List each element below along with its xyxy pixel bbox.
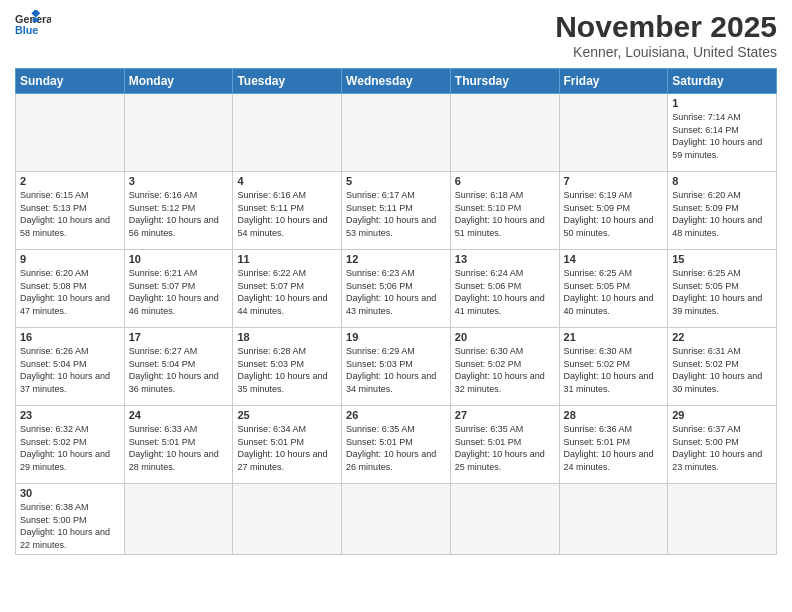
calendar-day-cell bbox=[450, 484, 559, 555]
svg-text:Blue: Blue bbox=[15, 24, 38, 36]
day-number: 8 bbox=[672, 175, 772, 187]
day-number: 1 bbox=[672, 97, 772, 109]
calendar-day-cell: 16Sunrise: 6:26 AM Sunset: 5:04 PM Dayli… bbox=[16, 328, 125, 406]
day-number: 16 bbox=[20, 331, 120, 343]
day-number: 13 bbox=[455, 253, 555, 265]
day-number: 28 bbox=[564, 409, 664, 421]
calendar-week-row: 30Sunrise: 6:38 AM Sunset: 5:00 PM Dayli… bbox=[16, 484, 777, 555]
day-info: Sunrise: 6:28 AM Sunset: 5:03 PM Dayligh… bbox=[237, 345, 337, 395]
header: General Blue November 2025 Kenner, Louis… bbox=[15, 10, 777, 60]
title-block: November 2025 Kenner, Louisiana, United … bbox=[555, 10, 777, 60]
calendar-day-cell bbox=[668, 484, 777, 555]
calendar-day-cell bbox=[16, 94, 125, 172]
day-number: 30 bbox=[20, 487, 120, 499]
day-info: Sunrise: 6:35 AM Sunset: 5:01 PM Dayligh… bbox=[455, 423, 555, 473]
page: General Blue November 2025 Kenner, Louis… bbox=[0, 0, 792, 612]
calendar-day-cell: 15Sunrise: 6:25 AM Sunset: 5:05 PM Dayli… bbox=[668, 250, 777, 328]
calendar-week-row: 2Sunrise: 6:15 AM Sunset: 5:13 PM Daylig… bbox=[16, 172, 777, 250]
day-info: Sunrise: 6:30 AM Sunset: 5:02 PM Dayligh… bbox=[564, 345, 664, 395]
day-info: Sunrise: 6:29 AM Sunset: 5:03 PM Dayligh… bbox=[346, 345, 446, 395]
day-number: 7 bbox=[564, 175, 664, 187]
day-number: 29 bbox=[672, 409, 772, 421]
day-number: 11 bbox=[237, 253, 337, 265]
calendar-week-row: 16Sunrise: 6:26 AM Sunset: 5:04 PM Dayli… bbox=[16, 328, 777, 406]
day-info: Sunrise: 6:19 AM Sunset: 5:09 PM Dayligh… bbox=[564, 189, 664, 239]
calendar-day-cell: 6Sunrise: 6:18 AM Sunset: 5:10 PM Daylig… bbox=[450, 172, 559, 250]
calendar-weekday-header: Thursday bbox=[450, 69, 559, 94]
day-info: Sunrise: 6:36 AM Sunset: 5:01 PM Dayligh… bbox=[564, 423, 664, 473]
day-info: Sunrise: 6:26 AM Sunset: 5:04 PM Dayligh… bbox=[20, 345, 120, 395]
day-info: Sunrise: 6:31 AM Sunset: 5:02 PM Dayligh… bbox=[672, 345, 772, 395]
calendar-day-cell: 3Sunrise: 6:16 AM Sunset: 5:12 PM Daylig… bbox=[124, 172, 233, 250]
generalblue-logo-icon: General Blue bbox=[15, 10, 51, 38]
calendar-day-cell: 18Sunrise: 6:28 AM Sunset: 5:03 PM Dayli… bbox=[233, 328, 342, 406]
day-number: 26 bbox=[346, 409, 446, 421]
day-number: 23 bbox=[20, 409, 120, 421]
calendar-day-cell bbox=[233, 94, 342, 172]
day-number: 22 bbox=[672, 331, 772, 343]
calendar-week-row: 9Sunrise: 6:20 AM Sunset: 5:08 PM Daylig… bbox=[16, 250, 777, 328]
calendar-day-cell bbox=[124, 94, 233, 172]
day-info: Sunrise: 6:35 AM Sunset: 5:01 PM Dayligh… bbox=[346, 423, 446, 473]
calendar-day-cell: 20Sunrise: 6:30 AM Sunset: 5:02 PM Dayli… bbox=[450, 328, 559, 406]
day-number: 17 bbox=[129, 331, 229, 343]
day-number: 5 bbox=[346, 175, 446, 187]
day-number: 12 bbox=[346, 253, 446, 265]
month-title: November 2025 bbox=[555, 10, 777, 44]
day-number: 18 bbox=[237, 331, 337, 343]
calendar-day-cell: 21Sunrise: 6:30 AM Sunset: 5:02 PM Dayli… bbox=[559, 328, 668, 406]
calendar-day-cell: 10Sunrise: 6:21 AM Sunset: 5:07 PM Dayli… bbox=[124, 250, 233, 328]
calendar-day-cell bbox=[233, 484, 342, 555]
calendar-day-cell: 13Sunrise: 6:24 AM Sunset: 5:06 PM Dayli… bbox=[450, 250, 559, 328]
day-number: 15 bbox=[672, 253, 772, 265]
day-info: Sunrise: 6:25 AM Sunset: 5:05 PM Dayligh… bbox=[564, 267, 664, 317]
day-number: 4 bbox=[237, 175, 337, 187]
calendar-day-cell: 9Sunrise: 6:20 AM Sunset: 5:08 PM Daylig… bbox=[16, 250, 125, 328]
day-number: 9 bbox=[20, 253, 120, 265]
calendar-day-cell: 1Sunrise: 7:14 AM Sunset: 6:14 PM Daylig… bbox=[668, 94, 777, 172]
calendar-table: SundayMondayTuesdayWednesdayThursdayFrid… bbox=[15, 68, 777, 555]
day-number: 21 bbox=[564, 331, 664, 343]
calendar-day-cell: 12Sunrise: 6:23 AM Sunset: 5:06 PM Dayli… bbox=[342, 250, 451, 328]
day-info: Sunrise: 6:16 AM Sunset: 5:11 PM Dayligh… bbox=[237, 189, 337, 239]
day-info: Sunrise: 6:25 AM Sunset: 5:05 PM Dayligh… bbox=[672, 267, 772, 317]
calendar-day-cell bbox=[342, 94, 451, 172]
day-number: 14 bbox=[564, 253, 664, 265]
calendar-day-cell: 17Sunrise: 6:27 AM Sunset: 5:04 PM Dayli… bbox=[124, 328, 233, 406]
day-number: 24 bbox=[129, 409, 229, 421]
day-info: Sunrise: 6:34 AM Sunset: 5:01 PM Dayligh… bbox=[237, 423, 337, 473]
calendar-day-cell: 7Sunrise: 6:19 AM Sunset: 5:09 PM Daylig… bbox=[559, 172, 668, 250]
calendar-day-cell: 24Sunrise: 6:33 AM Sunset: 5:01 PM Dayli… bbox=[124, 406, 233, 484]
day-info: Sunrise: 6:16 AM Sunset: 5:12 PM Dayligh… bbox=[129, 189, 229, 239]
calendar-weekday-header: Sunday bbox=[16, 69, 125, 94]
calendar-weekday-header: Wednesday bbox=[342, 69, 451, 94]
day-number: 10 bbox=[129, 253, 229, 265]
day-info: Sunrise: 6:30 AM Sunset: 5:02 PM Dayligh… bbox=[455, 345, 555, 395]
calendar-day-cell: 29Sunrise: 6:37 AM Sunset: 5:00 PM Dayli… bbox=[668, 406, 777, 484]
calendar-day-cell: 27Sunrise: 6:35 AM Sunset: 5:01 PM Dayli… bbox=[450, 406, 559, 484]
day-number: 19 bbox=[346, 331, 446, 343]
day-info: Sunrise: 6:24 AM Sunset: 5:06 PM Dayligh… bbox=[455, 267, 555, 317]
day-info: Sunrise: 7:14 AM Sunset: 6:14 PM Dayligh… bbox=[672, 111, 772, 161]
day-info: Sunrise: 6:18 AM Sunset: 5:10 PM Dayligh… bbox=[455, 189, 555, 239]
calendar-weekday-header: Monday bbox=[124, 69, 233, 94]
day-number: 6 bbox=[455, 175, 555, 187]
day-info: Sunrise: 6:15 AM Sunset: 5:13 PM Dayligh… bbox=[20, 189, 120, 239]
calendar-day-cell bbox=[450, 94, 559, 172]
calendar-day-cell: 26Sunrise: 6:35 AM Sunset: 5:01 PM Dayli… bbox=[342, 406, 451, 484]
day-info: Sunrise: 6:27 AM Sunset: 5:04 PM Dayligh… bbox=[129, 345, 229, 395]
calendar-day-cell: 28Sunrise: 6:36 AM Sunset: 5:01 PM Dayli… bbox=[559, 406, 668, 484]
calendar-day-cell bbox=[124, 484, 233, 555]
day-info: Sunrise: 6:32 AM Sunset: 5:02 PM Dayligh… bbox=[20, 423, 120, 473]
day-number: 2 bbox=[20, 175, 120, 187]
location: Kenner, Louisiana, United States bbox=[555, 44, 777, 60]
calendar-day-cell: 14Sunrise: 6:25 AM Sunset: 5:05 PM Dayli… bbox=[559, 250, 668, 328]
calendar-day-cell: 4Sunrise: 6:16 AM Sunset: 5:11 PM Daylig… bbox=[233, 172, 342, 250]
calendar-day-cell bbox=[559, 94, 668, 172]
calendar-day-cell: 2Sunrise: 6:15 AM Sunset: 5:13 PM Daylig… bbox=[16, 172, 125, 250]
calendar-day-cell bbox=[559, 484, 668, 555]
calendar-weekday-header: Saturday bbox=[668, 69, 777, 94]
calendar-day-cell bbox=[342, 484, 451, 555]
calendar-day-cell: 22Sunrise: 6:31 AM Sunset: 5:02 PM Dayli… bbox=[668, 328, 777, 406]
day-info: Sunrise: 6:37 AM Sunset: 5:00 PM Dayligh… bbox=[672, 423, 772, 473]
